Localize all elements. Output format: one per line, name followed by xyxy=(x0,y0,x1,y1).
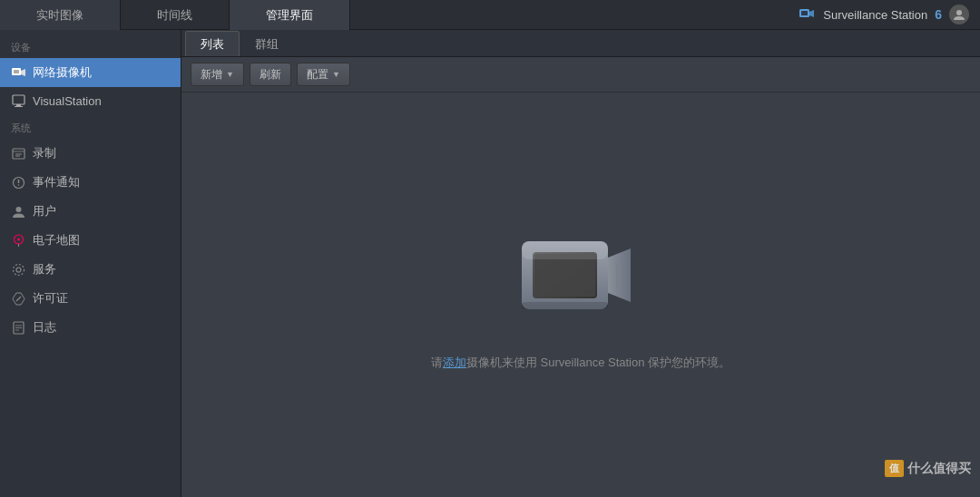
sidebar-item-label-event-notify: 事件通知 xyxy=(33,174,80,190)
sidebar-item-recording[interactable]: 录制 xyxy=(0,139,181,168)
svg-rect-8 xyxy=(16,104,21,106)
log-icon xyxy=(11,320,25,335)
main-layout: 设备 网络摄像机 VisualStation 系统 xyxy=(0,30,980,497)
svg-line-23 xyxy=(16,297,21,301)
emap-icon xyxy=(11,233,25,248)
svg-point-17 xyxy=(15,207,21,212)
sub-tab-list[interactable]: 列表 xyxy=(185,31,240,56)
svg-rect-9 xyxy=(15,106,23,107)
sidebar: 设备 网络摄像机 VisualStation 系统 xyxy=(0,30,181,497)
sidebar-item-label-user: 用户 xyxy=(33,203,56,219)
svg-point-21 xyxy=(16,268,21,272)
sidebar-item-license[interactable]: 许可证 xyxy=(0,284,181,313)
app-title: Surveillance Station xyxy=(823,8,927,22)
sidebar-item-network-camera[interactable]: 网络摄像机 xyxy=(0,58,181,87)
add-button[interactable]: 新增 ▼ xyxy=(191,63,244,86)
refresh-button-label: 刷新 xyxy=(260,67,281,83)
svg-marker-5 xyxy=(21,69,25,76)
sub-tabs: 列表 群组 xyxy=(181,30,980,57)
empty-message: 请添加摄像机来使用 Surveillance Station 保护您的环境。 xyxy=(431,355,730,371)
sidebar-item-label-visual-station: VisualStation xyxy=(33,94,102,108)
empty-state: 请添加摄像机来使用 Surveillance Station 保护您的环境。 xyxy=(181,93,980,497)
add-camera-link[interactable]: 添加 xyxy=(443,356,466,369)
svg-marker-1 xyxy=(809,10,814,17)
svg-rect-7 xyxy=(13,95,24,104)
watermark-text: 什么值得买 xyxy=(907,461,971,477)
svg-rect-30 xyxy=(534,254,595,297)
app-version: 6 xyxy=(935,7,942,22)
toolbar: 新增 ▼ 刷新 配置 ▼ xyxy=(181,57,980,93)
sidebar-item-event-notify[interactable]: 事件通知 xyxy=(0,168,181,197)
svg-rect-6 xyxy=(14,70,19,73)
user-icon-button[interactable] xyxy=(949,5,969,24)
sidebar-item-user[interactable]: 用户 xyxy=(0,197,181,226)
camera-illustration xyxy=(508,219,653,336)
watermark-badge: 值 xyxy=(885,460,904,477)
device-section-label: 设备 xyxy=(0,34,181,58)
svg-rect-34 xyxy=(522,302,608,309)
sidebar-item-label-service: 服务 xyxy=(33,261,56,278)
config-button-label: 配置 xyxy=(307,67,328,83)
svg-point-3 xyxy=(956,10,962,15)
svg-rect-33 xyxy=(522,241,608,259)
top-nav-tabs: 实时图像 时间线 管理界面 xyxy=(0,0,787,30)
top-nav: 实时图像 时间线 管理界面 Surveillance Station 6 xyxy=(0,0,980,30)
license-icon xyxy=(11,291,25,306)
sidebar-item-label-recording: 录制 xyxy=(33,145,56,161)
add-button-label: 新增 xyxy=(201,67,222,83)
content-area: 列表 群组 新增 ▼ 刷新 配置 ▼ xyxy=(181,30,980,497)
sub-tab-group[interactable]: 群组 xyxy=(240,31,294,56)
config-button[interactable]: 配置 ▼ xyxy=(297,63,350,86)
system-section-label: 系统 xyxy=(0,114,181,139)
watermark: 值 什么值得买 xyxy=(885,460,971,477)
surveillance-icon xyxy=(798,5,816,24)
tab-timeline[interactable]: 时间线 xyxy=(121,0,230,30)
empty-message-prefix: 请 xyxy=(431,356,443,369)
svg-point-22 xyxy=(13,264,24,275)
add-arrow-icon: ▼ xyxy=(226,70,234,79)
service-icon xyxy=(11,262,25,277)
sidebar-item-label-license: 许可证 xyxy=(33,290,68,307)
sidebar-item-label-log: 日志 xyxy=(33,319,56,336)
sidebar-item-service[interactable]: 服务 xyxy=(0,255,181,284)
network-camera-icon xyxy=(11,65,25,80)
refresh-button[interactable]: 刷新 xyxy=(250,63,291,86)
empty-message-suffix: 摄像机来使用 Surveillance Station 保护您的环境。 xyxy=(466,356,730,369)
sidebar-item-log[interactable]: 日志 xyxy=(0,313,181,342)
sidebar-item-label-emap: 电子地图 xyxy=(33,232,80,248)
recording-icon xyxy=(11,146,25,161)
tab-realtime[interactable]: 实时图像 xyxy=(0,0,121,30)
svg-point-19 xyxy=(17,238,20,240)
top-nav-right: Surveillance Station 6 xyxy=(787,5,980,24)
svg-marker-31 xyxy=(608,248,631,302)
svg-point-16 xyxy=(17,184,19,186)
sidebar-item-emap[interactable]: 电子地图 xyxy=(0,226,181,255)
visual-station-icon xyxy=(11,93,25,108)
tab-management[interactable]: 管理界面 xyxy=(230,0,350,30)
svg-rect-2 xyxy=(801,11,808,15)
sidebar-item-label-network-camera: 网络摄像机 xyxy=(33,64,92,81)
config-arrow-icon: ▼ xyxy=(332,70,340,79)
event-notify-icon xyxy=(11,175,25,190)
user-icon xyxy=(11,204,25,219)
sidebar-item-visual-station[interactable]: VisualStation xyxy=(0,87,181,114)
